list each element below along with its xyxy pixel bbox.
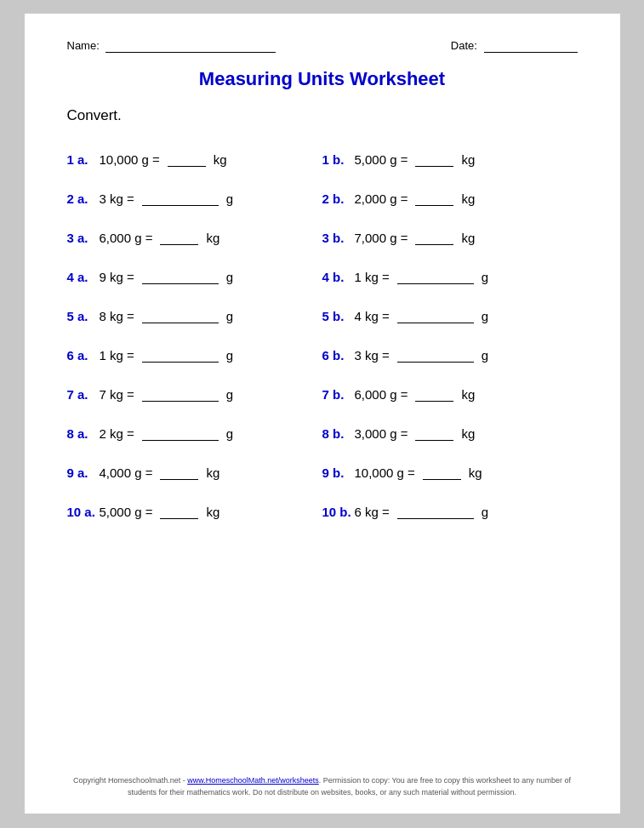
list-item: 2 b. 2,000 g = kg — [322, 179, 578, 218]
problem-number: 9 a. — [67, 465, 100, 480]
problem-number: 6 b. — [322, 348, 355, 363]
answer-blank — [160, 504, 198, 519]
list-item: 9 b. 10,000 g = kg — [322, 453, 578, 492]
answer-blank — [397, 504, 474, 519]
list-item: 1 a. 10,000 g = kg — [67, 140, 322, 179]
list-item: 8 a. 2 kg = g — [67, 414, 322, 453]
answer-blank — [397, 308, 474, 323]
list-item: 10 b. 6 kg = g — [322, 492, 578, 531]
header-row: Name: Date: — [67, 39, 578, 53]
list-item: 10 a. 5,000 g = kg — [67, 492, 322, 531]
problem-number: 9 b. — [322, 465, 355, 480]
problem-text: 8 kg = g — [100, 308, 234, 323]
list-item: 4 a. 9 kg = g — [67, 257, 322, 296]
list-item: 6 a. 1 kg = g — [67, 335, 322, 374]
problem-text: 5,000 g = kg — [100, 504, 220, 519]
answer-blank — [142, 347, 219, 363]
answer-blank — [142, 425, 219, 441]
answer-blank — [397, 347, 474, 363]
problems-grid: 1 a. 10,000 g = kg 1 b. 5,000 g = kg 2 a… — [67, 140, 578, 531]
problem-text: 6 kg = g — [355, 504, 489, 519]
list-item: 7 b. 6,000 g = kg — [322, 374, 578, 414]
list-item: 3 b. 7,000 g = kg — [322, 218, 578, 257]
date-line — [484, 39, 578, 53]
answer-blank — [142, 308, 219, 323]
problem-number: 8 b. — [322, 426, 355, 441]
name-field: Name: — [67, 39, 276, 53]
problem-number: 5 b. — [322, 309, 355, 323]
problem-number: 7 b. — [322, 387, 355, 402]
problem-number: 8 a. — [67, 426, 100, 441]
list-item: 5 a. 8 kg = g — [67, 296, 322, 335]
answer-blank — [423, 465, 461, 480]
answer-blank — [397, 269, 474, 284]
problem-text: 6,000 g = kg — [100, 230, 220, 245]
problem-text: 3,000 g = kg — [355, 425, 476, 441]
list-item: 2 a. 3 kg = g — [67, 179, 322, 218]
problem-text: 2 kg = g — [100, 425, 234, 441]
problem-text: 10,000 g = kg — [100, 151, 227, 167]
problem-number: 10 a. — [67, 505, 100, 519]
answer-blank — [415, 425, 453, 441]
problem-text: 2,000 g = kg — [355, 191, 476, 206]
problem-number: 3 b. — [322, 231, 355, 245]
list-item: 5 b. 4 kg = g — [322, 296, 578, 335]
problem-text: 4 kg = g — [355, 308, 489, 323]
answer-blank — [142, 386, 219, 402]
page-title: Measuring Units Worksheet — [67, 68, 578, 90]
answer-blank — [160, 230, 198, 245]
problem-number: 2 b. — [322, 191, 355, 206]
answer-blank — [160, 465, 198, 480]
answer-blank — [415, 230, 453, 245]
problem-text: 4,000 g = kg — [100, 465, 220, 480]
list-item: 1 b. 5,000 g = kg — [322, 140, 578, 179]
problem-number: 5 a. — [67, 309, 100, 323]
answer-blank — [168, 151, 206, 167]
problem-number: 2 a. — [67, 191, 100, 206]
answer-blank — [415, 191, 453, 206]
problem-text: 7,000 g = kg — [355, 230, 476, 245]
name-line — [105, 39, 276, 53]
problem-text: 7 kg = g — [100, 386, 234, 402]
answer-blank — [415, 386, 453, 402]
problem-text: 1 kg = g — [355, 269, 489, 284]
footer: Copyright Homeschoolmath.net - www.Homes… — [67, 775, 578, 798]
date-label: Date: — [451, 39, 477, 52]
problem-number: 6 a. — [67, 348, 100, 363]
list-item: 7 a. 7 kg = g — [67, 374, 322, 414]
problem-text: 10,000 g = kg — [355, 465, 482, 480]
problem-text: 1 kg = g — [100, 347, 234, 363]
list-item: 3 a. 6,000 g = kg — [67, 218, 322, 257]
problem-number: 10 b. — [322, 505, 355, 519]
list-item: 9 a. 4,000 g = kg — [67, 453, 322, 492]
list-item: 6 b. 3 kg = g — [322, 335, 578, 374]
answer-blank — [142, 191, 219, 206]
answer-blank — [415, 151, 453, 167]
convert-label: Convert. — [67, 107, 578, 124]
list-item: 8 b. 3,000 g = kg — [322, 414, 578, 453]
problem-number: 1 a. — [67, 152, 100, 167]
worksheet-page: Name: Date: Measuring Units Worksheet Co… — [25, 14, 620, 814]
problem-number: 4 b. — [322, 270, 355, 284]
list-item: 4 b. 1 kg = g — [322, 257, 578, 296]
problem-text: 3 kg = g — [100, 191, 234, 206]
problem-number: 1 b. — [322, 152, 355, 167]
name-label: Name: — [67, 39, 100, 52]
problem-text: 5,000 g = kg — [355, 151, 476, 167]
problem-number: 4 a. — [67, 270, 100, 284]
problem-text: 6,000 g = kg — [355, 386, 476, 402]
problem-number: 3 a. — [67, 231, 100, 245]
footer-link[interactable]: www.HomeschoolMath.net/worksheets — [187, 776, 319, 785]
problem-text: 3 kg = g — [355, 347, 489, 363]
problem-number: 7 a. — [67, 387, 100, 402]
problem-text: 9 kg = g — [100, 269, 234, 284]
date-field: Date: — [451, 39, 578, 53]
answer-blank — [142, 269, 219, 284]
